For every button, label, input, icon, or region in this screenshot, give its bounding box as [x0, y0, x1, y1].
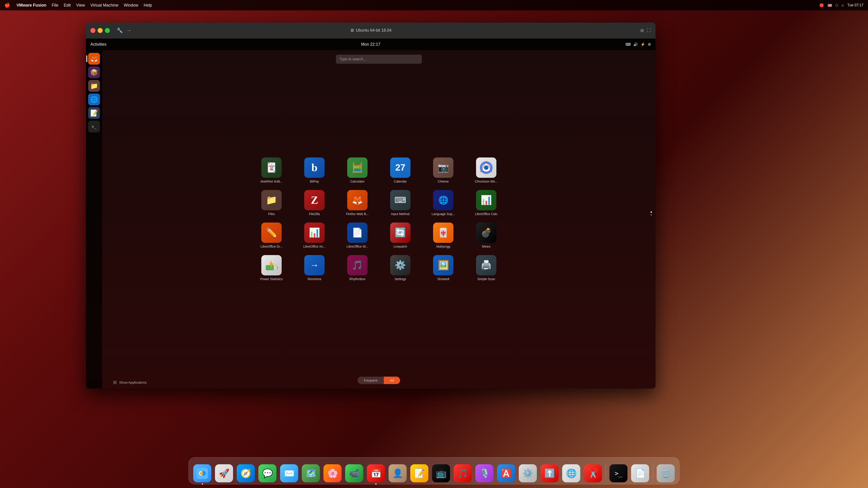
dock-calendar[interactable]: 📅 [366, 462, 386, 482]
dock-notes-icon: 📝 [410, 464, 428, 482]
dock-music[interactable]: 🎵 [453, 462, 473, 482]
dock-divider [606, 463, 606, 479]
dock-messages[interactable]: 💬 [257, 462, 277, 482]
input-method-icon: ⌨ [390, 190, 410, 210]
dock-terminal[interactable]: >_ [609, 462, 628, 482]
sidebar-gnome-web[interactable]: 🌐 [88, 94, 100, 105]
dock-appletv[interactable]: 📺 [431, 462, 451, 482]
search-input[interactable] [336, 55, 422, 64]
dock-mail[interactable]: ✉️ [279, 462, 299, 482]
menu-file[interactable]: File [52, 3, 58, 8]
menubar-search[interactable]: ⌕ [842, 3, 844, 7]
menu-window[interactable]: Window [124, 3, 138, 8]
close-button[interactable] [90, 28, 95, 33]
sidebar-text-editor[interactable]: 📝 [88, 107, 100, 119]
app-chromium[interactable]: Chromium We... [471, 158, 501, 183]
calendar-label: Calendar [385, 180, 415, 183]
menu-vmware[interactable]: VMware Fusion [17, 3, 46, 8]
dock-photos[interactable]: 🌸 [322, 462, 342, 482]
libreoffice-calc-label: LibreOffice Calc [471, 212, 501, 216]
app-bitpay[interactable]: b BitPay [300, 158, 329, 183]
scroll-dots [651, 212, 652, 216]
app-calendar[interactable]: 27 Calendar [385, 158, 415, 183]
dock-finder2[interactable]: 📄 [630, 462, 650, 482]
dock-maps[interactable]: 🗺️ [301, 462, 321, 482]
sidebar-ubuntu-software[interactable]: 📦 [88, 66, 100, 78]
libreoffice-writer-label: LibreOffice W... [343, 245, 372, 248]
dock-contacts[interactable]: 👤 [388, 462, 408, 482]
svg-rect-5 [277, 267, 278, 269]
firefox-label: Firefox Web B... [343, 212, 372, 216]
menu-help[interactable]: Help [144, 3, 152, 8]
app-shotwell[interactable]: 🖼️ Shotwell [429, 255, 458, 281]
app-rhythmbox[interactable]: 🎵 Rhythmbox [343, 255, 372, 281]
dock-syspreferences[interactable]: ⚙️ [518, 462, 538, 482]
app-livepatch[interactable]: 🔄 Livepatch [385, 223, 415, 248]
dock-podcasts-icon: 🎙️ [475, 464, 493, 482]
window-view-icon[interactable]: ⊞ [640, 28, 644, 33]
toolbar-settings-icon[interactable]: 🔧 [117, 28, 123, 33]
menubar-icon-3[interactable]: □ [836, 3, 838, 7]
sidebar-files[interactable]: 📁 [88, 80, 100, 92]
remmina-icon: → [304, 255, 324, 275]
app-libreoffice-impress[interactable]: 📊 LibreOffice Im... [300, 223, 329, 248]
mac-dock: 😊 🚀 🧭 💬 ✉️ 🗺️ 🌸 📹 [188, 457, 680, 484]
svg-point-2 [484, 165, 489, 170]
app-firefox[interactable]: 🦊 Firefox Web B... [343, 190, 372, 216]
app-remmina[interactable]: → Remmina [300, 255, 329, 281]
dock-notes[interactable]: 📝 [409, 462, 429, 482]
ubuntu-content: Activities Mon 22:17 ⌨ 🔊 ⚡ ⚙ 🦊 📦 📁 🌐 [86, 38, 655, 389]
minimize-button[interactable] [98, 28, 103, 33]
dock-finder[interactable]: 😊 [192, 462, 212, 482]
app-settings[interactable]: ⚙️ Settings [385, 255, 415, 281]
dock-facetime[interactable]: 📹 [344, 462, 364, 482]
ubuntu-battery-icon[interactable]: ⚡ [641, 42, 645, 46]
dock-appletv-icon: 📺 [432, 464, 450, 482]
dock-trash[interactable]: 🗑️ [656, 462, 676, 482]
dock-chrome[interactable]: 🌐 [561, 462, 581, 482]
shotwell-label: Shotwell [429, 277, 458, 281]
ubuntu-volume-icon[interactable]: 🔊 [633, 42, 638, 46]
app-power-statistics[interactable]: Power Statistics [257, 255, 286, 281]
app-mines[interactable]: 💣 Mines [471, 223, 501, 248]
all-button[interactable]: All [384, 377, 400, 384]
app-libreoffice-writer[interactable]: 📄 LibreOffice W... [343, 223, 372, 248]
simple-scan-label: Simple Scan [471, 277, 501, 281]
window-controls [90, 28, 110, 33]
dock-appstore[interactable]: 🅰️ [496, 462, 516, 482]
menubar-icon-2[interactable]: 🇺🇸 [828, 3, 832, 7]
window-fullscreen-icon[interactable]: ⛶ [647, 28, 651, 33]
app-files[interactable]: 📁 Files [257, 190, 286, 216]
frequent-button[interactable]: Frequent [358, 377, 384, 384]
app-aisleriot[interactable]: 🃏 AisleRiot Solit... [257, 158, 286, 183]
dock-launchpad[interactable]: 🚀 [214, 462, 234, 482]
menu-virtual-machine[interactable]: Virtual Machine [90, 3, 119, 8]
app-input-method[interactable]: ⌨ Input Method [385, 190, 415, 216]
app-libreoffice-calc[interactable]: 📊 LibreOffice Calc [471, 190, 501, 216]
app-simple-scan[interactable]: 🖨️ Simple Scan [471, 255, 501, 281]
app-libreoffice-draw[interactable]: ✏️ LibreOffice Dr... [257, 223, 286, 248]
dock-safari[interactable]: 🧭 [236, 462, 256, 482]
ubuntu-activities[interactable]: Activities [90, 42, 106, 47]
dock-podcasts[interactable]: 🎙️ [474, 462, 494, 482]
ubuntu-topbar: Activities Mon 22:17 ⌨ 🔊 ⚡ ⚙ [86, 38, 655, 50]
ubuntu-keyboard-icon[interactable]: ⌨ [625, 42, 631, 46]
toolbar-forward-icon[interactable]: → [126, 28, 131, 33]
app-row-4: Power Statistics → Remmina 🎵 Rhythmbox [257, 255, 501, 281]
app-calculator[interactable]: 🧮 Calculator [343, 158, 372, 183]
ubuntu-power-icon[interactable]: ⚙ [648, 42, 651, 46]
apple-logo[interactable]: 🍎 [4, 2, 10, 8]
sidebar-terminal[interactable]: >_ [88, 121, 100, 132]
maximize-button[interactable] [105, 28, 110, 33]
menu-view[interactable]: View [76, 3, 85, 8]
sidebar-firefox[interactable]: 🦊 [88, 53, 100, 65]
app-filezilla[interactable]: Z FileZilla [300, 190, 329, 216]
ubuntu-show-apps[interactable]: ⊞ Show Applications [113, 380, 147, 385]
menu-edit[interactable]: Edit [64, 3, 71, 8]
app-cheese[interactable]: 📷 Cheese [429, 158, 458, 183]
menubar-icon-1[interactable]: 🔴 [819, 3, 824, 7]
dock-transloader[interactable]: ⬆️ [539, 462, 559, 482]
dock-shortcuts[interactable]: ✂️ [583, 462, 603, 482]
app-mahjongg[interactable]: 🀄 Mahjongg [429, 223, 458, 248]
app-language-support[interactable]: 🌐 Language Sup... [429, 190, 458, 216]
